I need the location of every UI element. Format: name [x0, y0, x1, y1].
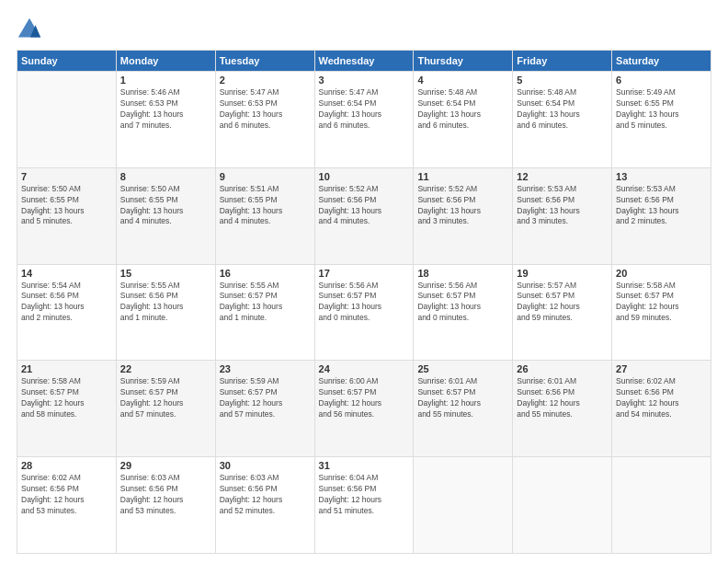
day-info: Sunrise: 6:01 AM Sunset: 6:57 PM Dayligh…	[417, 376, 508, 420]
day-number: 20	[616, 268, 707, 279]
calendar-cell: 14Sunrise: 5:54 AM Sunset: 6:56 PM Dayli…	[17, 264, 117, 361]
calendar-cell	[513, 457, 612, 554]
day-info: Sunrise: 5:50 AM Sunset: 6:55 PM Dayligh…	[120, 184, 211, 228]
day-number: 22	[120, 363, 211, 374]
header	[17, 17, 711, 42]
day-number: 11	[417, 171, 508, 182]
calendar-cell: 20Sunrise: 5:58 AM Sunset: 6:57 PM Dayli…	[612, 264, 711, 361]
logo-icon	[17, 17, 42, 42]
day-info: Sunrise: 6:01 AM Sunset: 6:56 PM Dayligh…	[517, 376, 608, 420]
day-number: 25	[417, 363, 508, 374]
day-info: Sunrise: 5:50 AM Sunset: 6:55 PM Dayligh…	[21, 184, 112, 228]
day-number: 10	[319, 171, 410, 182]
day-number: 5	[517, 75, 608, 86]
day-info: Sunrise: 6:03 AM Sunset: 6:56 PM Dayligh…	[120, 473, 211, 517]
day-info: Sunrise: 5:52 AM Sunset: 6:56 PM Dayligh…	[417, 184, 508, 228]
day-info: Sunrise: 5:59 AM Sunset: 6:57 PM Dayligh…	[220, 376, 311, 420]
day-number: 17	[319, 268, 410, 279]
calendar-cell	[414, 457, 513, 554]
calendar-cell: 9Sunrise: 5:51 AM Sunset: 6:55 PM Daylig…	[215, 167, 314, 264]
day-number: 19	[517, 268, 608, 279]
day-number: 18	[417, 268, 508, 279]
calendar-cell: 2Sunrise: 5:47 AM Sunset: 6:53 PM Daylig…	[215, 72, 314, 168]
calendar-cell: 30Sunrise: 6:03 AM Sunset: 6:56 PM Dayli…	[215, 457, 314, 554]
day-info: Sunrise: 5:58 AM Sunset: 6:57 PM Dayligh…	[616, 281, 707, 325]
calendar-week-row: 14Sunrise: 5:54 AM Sunset: 6:56 PM Dayli…	[17, 264, 711, 361]
calendar-cell: 5Sunrise: 5:48 AM Sunset: 6:54 PM Daylig…	[513, 72, 612, 168]
day-number: 1	[120, 75, 211, 86]
calendar-cell: 23Sunrise: 5:59 AM Sunset: 6:57 PM Dayli…	[215, 361, 314, 457]
day-number: 28	[21, 460, 112, 471]
day-info: Sunrise: 5:53 AM Sunset: 6:56 PM Dayligh…	[517, 184, 608, 228]
day-info: Sunrise: 5:48 AM Sunset: 6:54 PM Dayligh…	[517, 87, 608, 132]
calendar-cell: 17Sunrise: 5:56 AM Sunset: 6:57 PM Dayli…	[314, 264, 414, 361]
calendar-cell: 4Sunrise: 5:48 AM Sunset: 6:54 PM Daylig…	[414, 72, 513, 168]
calendar-week-row: 28Sunrise: 6:02 AM Sunset: 6:56 PM Dayli…	[17, 457, 711, 554]
calendar-cell: 6Sunrise: 5:49 AM Sunset: 6:55 PM Daylig…	[612, 72, 711, 168]
calendar-cell: 12Sunrise: 5:53 AM Sunset: 6:56 PM Dayli…	[513, 167, 612, 264]
calendar-cell: 10Sunrise: 5:52 AM Sunset: 6:56 PM Dayli…	[314, 167, 414, 264]
calendar-week-row: 7Sunrise: 5:50 AM Sunset: 6:55 PM Daylig…	[17, 167, 711, 264]
page: SundayMondayTuesdayWednesdayThursdayFrid…	[0, 0, 728, 563]
logo	[17, 17, 46, 42]
day-info: Sunrise: 5:59 AM Sunset: 6:57 PM Dayligh…	[120, 376, 211, 420]
day-number: 24	[319, 363, 410, 374]
day-number: 21	[21, 363, 112, 374]
weekday-header: Thursday	[414, 51, 513, 72]
calendar-cell	[17, 72, 117, 168]
day-number: 2	[220, 75, 311, 86]
weekday-header: Saturday	[612, 51, 711, 72]
weekday-header: Friday	[513, 51, 612, 72]
weekday-header: Sunday	[17, 51, 117, 72]
day-number: 6	[616, 75, 707, 86]
day-info: Sunrise: 6:02 AM Sunset: 6:56 PM Dayligh…	[616, 376, 707, 420]
calendar: SundayMondayTuesdayWednesdayThursdayFrid…	[17, 50, 711, 554]
day-number: 8	[120, 171, 211, 182]
calendar-cell: 16Sunrise: 5:55 AM Sunset: 6:57 PM Dayli…	[215, 264, 314, 361]
calendar-cell: 26Sunrise: 6:01 AM Sunset: 6:56 PM Dayli…	[513, 361, 612, 457]
calendar-week-row: 21Sunrise: 5:58 AM Sunset: 6:57 PM Dayli…	[17, 361, 711, 457]
day-number: 9	[220, 171, 311, 182]
calendar-header-row: SundayMondayTuesdayWednesdayThursdayFrid…	[17, 51, 711, 72]
weekday-header: Wednesday	[314, 51, 414, 72]
calendar-cell: 31Sunrise: 6:04 AM Sunset: 6:56 PM Dayli…	[314, 457, 414, 554]
calendar-cell: 25Sunrise: 6:01 AM Sunset: 6:57 PM Dayli…	[414, 361, 513, 457]
calendar-cell: 18Sunrise: 5:56 AM Sunset: 6:57 PM Dayli…	[414, 264, 513, 361]
day-info: Sunrise: 5:51 AM Sunset: 6:55 PM Dayligh…	[220, 184, 311, 228]
day-number: 23	[220, 363, 311, 374]
calendar-cell: 29Sunrise: 6:03 AM Sunset: 6:56 PM Dayli…	[116, 457, 215, 554]
day-info: Sunrise: 5:52 AM Sunset: 6:56 PM Dayligh…	[319, 184, 410, 228]
calendar-cell: 22Sunrise: 5:59 AM Sunset: 6:57 PM Dayli…	[116, 361, 215, 457]
day-number: 26	[517, 363, 608, 374]
day-info: Sunrise: 5:56 AM Sunset: 6:57 PM Dayligh…	[319, 281, 410, 325]
day-number: 15	[120, 268, 211, 279]
day-info: Sunrise: 6:04 AM Sunset: 6:56 PM Dayligh…	[319, 473, 410, 517]
calendar-week-row: 1Sunrise: 5:46 AM Sunset: 6:53 PM Daylig…	[17, 72, 711, 168]
calendar-cell: 11Sunrise: 5:52 AM Sunset: 6:56 PM Dayli…	[414, 167, 513, 264]
weekday-header: Monday	[116, 51, 215, 72]
calendar-cell: 15Sunrise: 5:55 AM Sunset: 6:56 PM Dayli…	[116, 264, 215, 361]
day-number: 13	[616, 171, 707, 182]
calendar-cell: 13Sunrise: 5:53 AM Sunset: 6:56 PM Dayli…	[612, 167, 711, 264]
calendar-cell: 21Sunrise: 5:58 AM Sunset: 6:57 PM Dayli…	[17, 361, 117, 457]
weekday-header: Tuesday	[215, 51, 314, 72]
day-info: Sunrise: 6:03 AM Sunset: 6:56 PM Dayligh…	[220, 473, 311, 517]
calendar-cell: 27Sunrise: 6:02 AM Sunset: 6:56 PM Dayli…	[612, 361, 711, 457]
day-info: Sunrise: 5:48 AM Sunset: 6:54 PM Dayligh…	[417, 87, 508, 132]
calendar-cell: 8Sunrise: 5:50 AM Sunset: 6:55 PM Daylig…	[116, 167, 215, 264]
day-info: Sunrise: 5:47 AM Sunset: 6:53 PM Dayligh…	[220, 87, 311, 132]
day-info: Sunrise: 5:47 AM Sunset: 6:54 PM Dayligh…	[319, 87, 410, 132]
calendar-cell: 19Sunrise: 5:57 AM Sunset: 6:57 PM Dayli…	[513, 264, 612, 361]
day-info: Sunrise: 5:55 AM Sunset: 6:56 PM Dayligh…	[120, 281, 211, 325]
day-number: 16	[220, 268, 311, 279]
day-info: Sunrise: 6:00 AM Sunset: 6:57 PM Dayligh…	[319, 376, 410, 420]
calendar-cell	[612, 457, 711, 554]
day-number: 14	[21, 268, 112, 279]
day-info: Sunrise: 5:55 AM Sunset: 6:57 PM Dayligh…	[220, 281, 311, 325]
day-info: Sunrise: 5:57 AM Sunset: 6:57 PM Dayligh…	[517, 281, 608, 325]
day-info: Sunrise: 5:49 AM Sunset: 6:55 PM Dayligh…	[616, 87, 707, 132]
day-number: 31	[319, 460, 410, 471]
day-number: 3	[319, 75, 410, 86]
day-info: Sunrise: 5:46 AM Sunset: 6:53 PM Dayligh…	[120, 87, 211, 132]
calendar-cell: 7Sunrise: 5:50 AM Sunset: 6:55 PM Daylig…	[17, 167, 117, 264]
